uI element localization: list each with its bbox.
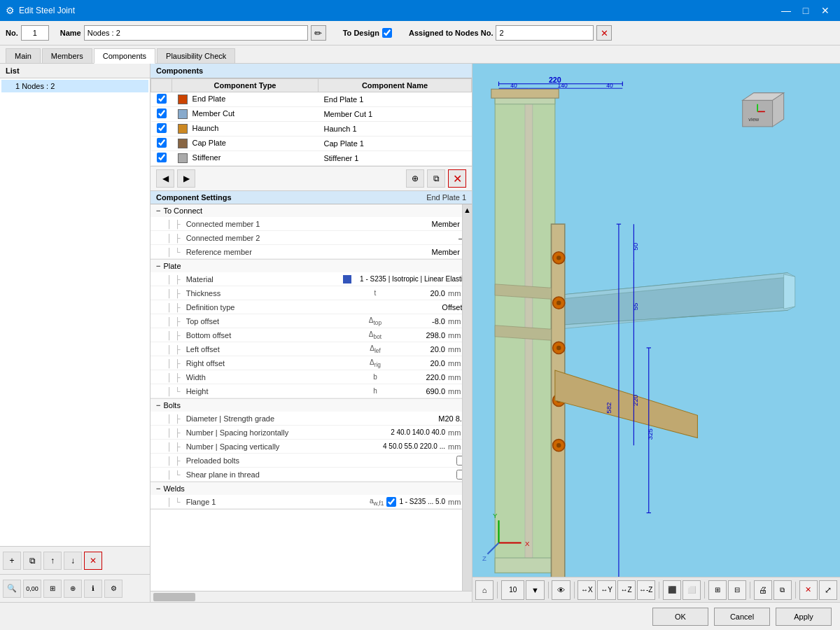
row-checkbox[interactable] <box>157 123 167 133</box>
connected-member2-label: Connected member 2 <box>183 234 410 242</box>
move-down-button[interactable]: ↓ <box>64 552 82 570</box>
height-row: │ └ Height h 690.0 mm <box>150 384 472 398</box>
left-offset-label: Left offset <box>183 345 361 354</box>
row-checkbox[interactable] <box>157 153 167 162</box>
info-button[interactable]: ℹ <box>84 580 102 598</box>
home-view-button[interactable]: ⌂ <box>475 580 493 600</box>
info-bar: No. 1 Name Nodes : 2 ✏ To Design Assigne… <box>0 21 840 46</box>
sidebar-item-nodes[interactable]: 1 Nodes : 2 <box>1 80 148 92</box>
sep2 <box>548 582 549 598</box>
eye-button[interactable]: 👁 <box>552 580 570 600</box>
add-button[interactable]: + <box>3 552 21 570</box>
delete-button[interactable]: ✕ <box>84 552 102 570</box>
close-button[interactable]: ✕ <box>816 1 834 20</box>
row-checkbox[interactable] <box>157 94 167 104</box>
section-to-connect-header[interactable]: − To Connect <box>150 204 472 217</box>
component-name: Member Cut 1 <box>318 107 471 122</box>
print-button[interactable]: 🖨 <box>754 580 772 600</box>
scroll-indicator[interactable]: ▲ <box>462 204 472 591</box>
move-right-button[interactable]: ▶ <box>177 169 195 188</box>
height-value: 690.0 <box>389 387 445 396</box>
print2-button[interactable]: ⧉ <box>774 580 792 600</box>
coord-button[interactable]: 0,00 <box>23 580 41 598</box>
list-header: List <box>0 64 150 78</box>
svg-point-21 <box>556 443 561 447</box>
connected-member1-value: Member 2 <box>410 220 466 228</box>
move-left-button[interactable]: ◀ <box>156 169 174 188</box>
diam-label: Diameter | Strength grade <box>183 414 410 423</box>
svg-text:view: view <box>748 116 760 122</box>
table-row[interactable]: Member Cut Member Cut 1 <box>151 107 472 122</box>
frame-button[interactable]: ⊞ <box>708 580 727 600</box>
svg-point-15 <box>556 300 561 304</box>
left-offset-value: 20.0 <box>389 345 445 354</box>
add-comp-button[interactable]: ⊕ <box>406 169 424 188</box>
svg-point-13 <box>556 255 561 260</box>
settings2-button[interactable]: ⚙ <box>104 580 122 598</box>
tab-plausibility[interactable]: Plausibility Check <box>157 48 235 63</box>
maximize-button[interactable]: □ <box>797 1 815 20</box>
welds-minus-icon: − <box>156 484 160 493</box>
to-design-label: To Design <box>343 29 379 37</box>
axis-x-button[interactable]: ↔X <box>578 580 596 600</box>
apply-button[interactable]: Apply <box>776 608 832 626</box>
bolts-label: Bolts <box>163 401 180 410</box>
move-up-button[interactable]: ↑ <box>43 552 62 570</box>
table-row[interactable]: Stiffener Stiffener 1 <box>151 151 472 166</box>
zoom-down-button[interactable]: ▼ <box>526 580 544 600</box>
svg-text:40: 40 <box>510 82 517 89</box>
axis-mz-button[interactable]: ↔-Z <box>637 580 655 600</box>
cancel-button[interactable]: Cancel <box>714 608 770 626</box>
zoom-num-button[interactable]: 10 <box>501 580 524 600</box>
h-scrollbar[interactable] <box>153 593 195 601</box>
spacing-v-value: 4 50.0 55.0 220.0 ... <box>383 442 445 450</box>
grid-button[interactable]: ⊞ <box>43 580 62 598</box>
app-icon: ⚙ <box>6 5 15 16</box>
axis-z-button[interactable]: ↔Z <box>617 580 636 600</box>
delete-comp-button[interactable]: ✕ <box>448 169 466 188</box>
tab-members[interactable]: Members <box>42 48 92 63</box>
to-design-checkbox[interactable] <box>382 28 392 38</box>
svg-text:55: 55 <box>631 303 639 311</box>
width-label: Width <box>183 373 361 382</box>
bot-offset-row: │ ├ Bottom offset Δbot 298.0 mm <box>150 328 472 342</box>
connected-member2-row: │ ├ Connected member 2 — <box>150 231 472 245</box>
row-checkbox[interactable] <box>157 108 167 118</box>
render-button[interactable]: ⬛ <box>663 580 681 600</box>
snap-button[interactable]: ⊕ <box>64 580 82 598</box>
left-sidebar: List 1 Nodes : 2 + ⧉ ↑ ↓ ✕ 🔍 0,00 ⊞ ⊕ ℹ … <box>0 64 150 602</box>
copy-comp-button[interactable]: ⧉ <box>427 169 445 188</box>
bolts-minus-icon: − <box>156 401 160 410</box>
expand-button[interactable]: ⤢ <box>819 580 837 600</box>
component-name: End Plate 1 <box>318 92 471 107</box>
left-offset-row: │ ├ Left offset Δlef 20.0 mm <box>150 342 472 356</box>
tab-main[interactable]: Main <box>6 48 41 63</box>
table-row[interactable]: End Plate End Plate 1 <box>151 92 472 107</box>
clear-assigned-button[interactable]: ✕ <box>596 25 612 41</box>
h-scroll[interactable] <box>150 591 472 602</box>
section-bolts-header[interactable]: − Bolts <box>150 399 472 412</box>
flange1-checkbox[interactable] <box>386 497 396 507</box>
copy-button[interactable]: ⧉ <box>23 552 41 570</box>
table-row[interactable]: Haunch Haunch 1 <box>151 122 472 136</box>
section-plate-header[interactable]: − Plate <box>150 260 472 272</box>
row-checkbox[interactable] <box>157 138 167 148</box>
tab-components[interactable]: Components <box>94 48 155 64</box>
spacing-v-label: Number | Spacing vertically <box>183 442 383 451</box>
flange1-row: │ └ Flange 1 aw,f1 1 - S235 ... 5.0 mm <box>150 495 472 509</box>
minimize-button[interactable]: — <box>777 1 795 20</box>
frame2-button[interactable]: ⊟ <box>728 580 746 600</box>
tools-button[interactable]: ✕ <box>799 580 818 600</box>
svg-text:X: X <box>525 540 530 547</box>
table-row[interactable]: Cap Plate Cap Plate 1 <box>151 136 472 151</box>
render2-button[interactable]: ⬜ <box>682 580 701 600</box>
edit-name-button[interactable]: ✏ <box>311 25 326 41</box>
search-button[interactable]: 🔍 <box>3 580 21 598</box>
component-type: Stiffener <box>192 153 221 162</box>
flange1-symbol: aw,f1 <box>370 497 384 507</box>
ok-button[interactable]: OK <box>652 608 708 626</box>
section-welds-header[interactable]: − Welds <box>150 482 472 495</box>
section-plate: − Plate │ ├ Material 1 - S235 | Isotropi… <box>150 260 472 399</box>
axis-y-button[interactable]: ↔Y <box>597 580 615 600</box>
diam-row: │ ├ Diameter | Strength grade M20 8.8 <box>150 412 472 426</box>
